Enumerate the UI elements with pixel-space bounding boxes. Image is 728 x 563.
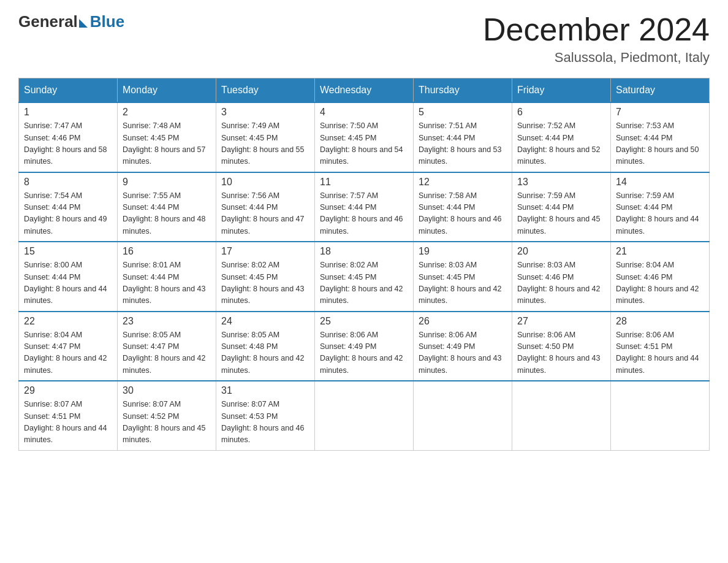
calendar-cell: 17 Sunrise: 8:02 AMSunset: 4:45 PMDaylig… xyxy=(216,242,315,312)
header-monday: Monday xyxy=(118,79,216,103)
day-number: 6 xyxy=(517,107,605,118)
day-number: 5 xyxy=(419,107,507,118)
page-header: General Blue December 2024 Salussola, Pi… xyxy=(18,12,710,66)
calendar-cell: 13 Sunrise: 7:59 AMSunset: 4:44 PMDaylig… xyxy=(512,172,611,242)
calendar-cell xyxy=(611,381,710,450)
day-info: Sunrise: 8:03 AMSunset: 4:45 PMDaylight:… xyxy=(419,261,502,305)
week-row-3: 15 Sunrise: 8:00 AMSunset: 4:44 PMDaylig… xyxy=(19,242,710,312)
day-number: 14 xyxy=(616,177,704,188)
calendar-cell: 22 Sunrise: 8:04 AMSunset: 4:47 PMDaylig… xyxy=(19,312,118,381)
day-number: 30 xyxy=(123,385,211,396)
day-info: Sunrise: 8:06 AMSunset: 4:49 PMDaylight:… xyxy=(419,331,502,375)
day-number: 23 xyxy=(123,316,211,327)
location-subtitle: Salussola, Piedmont, Italy xyxy=(483,50,710,66)
day-number: 25 xyxy=(320,316,408,327)
day-info: Sunrise: 7:58 AMSunset: 4:44 PMDaylight:… xyxy=(419,191,502,236)
day-number: 18 xyxy=(320,246,408,257)
calendar-cell: 1 Sunrise: 7:47 AMSunset: 4:46 PMDayligh… xyxy=(19,102,118,172)
day-info: Sunrise: 7:53 AMSunset: 4:44 PMDaylight:… xyxy=(616,121,699,166)
day-number: 28 xyxy=(616,316,704,327)
day-info: Sunrise: 7:51 AMSunset: 4:44 PMDaylight:… xyxy=(419,121,502,166)
calendar-cell: 16 Sunrise: 8:01 AMSunset: 4:44 PMDaylig… xyxy=(118,242,216,312)
logo: General Blue xyxy=(18,12,124,31)
day-number: 9 xyxy=(123,177,211,188)
day-info: Sunrise: 8:07 AMSunset: 4:53 PMDaylight:… xyxy=(221,400,305,444)
day-info: Sunrise: 7:59 AMSunset: 4:44 PMDaylight:… xyxy=(616,191,699,236)
calendar-cell: 3 Sunrise: 7:49 AMSunset: 4:45 PMDayligh… xyxy=(216,102,315,172)
day-number: 13 xyxy=(517,177,605,188)
calendar-cell: 5 Sunrise: 7:51 AMSunset: 4:44 PMDayligh… xyxy=(414,102,512,172)
day-info: Sunrise: 8:06 AMSunset: 4:51 PMDaylight:… xyxy=(616,331,699,375)
calendar-cell: 4 Sunrise: 7:50 AMSunset: 4:45 PMDayligh… xyxy=(315,102,414,172)
day-number: 10 xyxy=(221,177,309,188)
month-title: December 2024 xyxy=(483,12,710,47)
day-info: Sunrise: 7:47 AMSunset: 4:46 PMDaylight:… xyxy=(24,121,107,166)
day-number: 11 xyxy=(320,177,408,188)
week-row-2: 8 Sunrise: 7:54 AMSunset: 4:44 PMDayligh… xyxy=(19,172,710,242)
day-number: 8 xyxy=(24,177,112,188)
day-info: Sunrise: 8:02 AMSunset: 4:45 PMDaylight:… xyxy=(221,261,305,305)
logo-blue-text: Blue xyxy=(90,12,124,31)
day-info: Sunrise: 8:03 AMSunset: 4:46 PMDaylight:… xyxy=(517,261,601,305)
header-tuesday: Tuesday xyxy=(216,79,315,103)
day-number: 16 xyxy=(123,246,211,257)
day-number: 7 xyxy=(616,107,704,118)
calendar-cell xyxy=(315,381,414,450)
calendar-cell: 25 Sunrise: 8:06 AMSunset: 4:49 PMDaylig… xyxy=(315,312,414,381)
day-number: 24 xyxy=(221,316,309,327)
day-info: Sunrise: 8:02 AMSunset: 4:45 PMDaylight:… xyxy=(320,261,403,305)
day-info: Sunrise: 8:04 AMSunset: 4:46 PMDaylight:… xyxy=(616,261,699,305)
day-number: 21 xyxy=(616,246,704,257)
day-info: Sunrise: 8:04 AMSunset: 4:47 PMDaylight:… xyxy=(24,331,107,375)
day-number: 22 xyxy=(24,316,112,327)
calendar-header-row: Sunday Monday Tuesday Wednesday Thursday… xyxy=(19,79,710,103)
calendar-cell: 24 Sunrise: 8:05 AMSunset: 4:48 PMDaylig… xyxy=(216,312,315,381)
calendar-cell: 11 Sunrise: 7:57 AMSunset: 4:44 PMDaylig… xyxy=(315,172,414,242)
calendar-cell: 8 Sunrise: 7:54 AMSunset: 4:44 PMDayligh… xyxy=(19,172,118,242)
calendar-cell: 10 Sunrise: 7:56 AMSunset: 4:44 PMDaylig… xyxy=(216,172,315,242)
day-number: 4 xyxy=(320,107,408,118)
day-info: Sunrise: 8:06 AMSunset: 4:50 PMDaylight:… xyxy=(517,331,601,375)
calendar-cell: 21 Sunrise: 8:04 AMSunset: 4:46 PMDaylig… xyxy=(611,242,710,312)
day-info: Sunrise: 7:59 AMSunset: 4:44 PMDaylight:… xyxy=(517,191,601,236)
day-number: 29 xyxy=(24,385,112,396)
header-friday: Friday xyxy=(512,79,611,103)
calendar-cell: 7 Sunrise: 7:53 AMSunset: 4:44 PMDayligh… xyxy=(611,102,710,172)
calendar-cell xyxy=(512,381,611,450)
day-number: 17 xyxy=(221,246,309,257)
calendar-cell: 30 Sunrise: 8:07 AMSunset: 4:52 PMDaylig… xyxy=(118,381,216,450)
calendar-cell: 19 Sunrise: 8:03 AMSunset: 4:45 PMDaylig… xyxy=(414,242,512,312)
week-row-5: 29 Sunrise: 8:07 AMSunset: 4:51 PMDaylig… xyxy=(19,381,710,450)
day-info: Sunrise: 8:06 AMSunset: 4:49 PMDaylight:… xyxy=(320,331,403,375)
calendar-cell: 12 Sunrise: 7:58 AMSunset: 4:44 PMDaylig… xyxy=(414,172,512,242)
calendar-cell: 29 Sunrise: 8:07 AMSunset: 4:51 PMDaylig… xyxy=(19,381,118,450)
calendar-cell: 6 Sunrise: 7:52 AMSunset: 4:44 PMDayligh… xyxy=(512,102,611,172)
calendar-cell: 20 Sunrise: 8:03 AMSunset: 4:46 PMDaylig… xyxy=(512,242,611,312)
day-info: Sunrise: 7:50 AMSunset: 4:45 PMDaylight:… xyxy=(320,121,403,166)
day-number: 26 xyxy=(419,316,507,327)
header-sunday: Sunday xyxy=(19,79,118,103)
day-number: 1 xyxy=(24,107,112,118)
calendar-cell: 14 Sunrise: 7:59 AMSunset: 4:44 PMDaylig… xyxy=(611,172,710,242)
day-info: Sunrise: 7:52 AMSunset: 4:44 PMDaylight:… xyxy=(517,121,601,166)
day-number: 12 xyxy=(419,177,507,188)
calendar-cell: 27 Sunrise: 8:06 AMSunset: 4:50 PMDaylig… xyxy=(512,312,611,381)
day-info: Sunrise: 7:56 AMSunset: 4:44 PMDaylight:… xyxy=(221,191,305,236)
day-number: 20 xyxy=(517,246,605,257)
day-number: 27 xyxy=(517,316,605,327)
day-number: 2 xyxy=(123,107,211,118)
day-number: 19 xyxy=(419,246,507,257)
header-wednesday: Wednesday xyxy=(315,79,414,103)
calendar-cell: 9 Sunrise: 7:55 AMSunset: 4:44 PMDayligh… xyxy=(118,172,216,242)
day-number: 15 xyxy=(24,246,112,257)
day-number: 31 xyxy=(221,385,309,396)
day-info: Sunrise: 8:05 AMSunset: 4:48 PMDaylight:… xyxy=(221,331,305,375)
calendar-cell: 23 Sunrise: 8:05 AMSunset: 4:47 PMDaylig… xyxy=(118,312,216,381)
day-info: Sunrise: 7:55 AMSunset: 4:44 PMDaylight:… xyxy=(123,191,206,236)
day-info: Sunrise: 7:57 AMSunset: 4:44 PMDaylight:… xyxy=(320,191,403,236)
day-info: Sunrise: 7:54 AMSunset: 4:44 PMDaylight:… xyxy=(24,191,107,236)
calendar-table: Sunday Monday Tuesday Wednesday Thursday… xyxy=(18,78,710,451)
calendar-cell xyxy=(414,381,512,450)
title-area: December 2024 Salussola, Piedmont, Italy xyxy=(483,12,710,66)
logo-general-text: General xyxy=(18,12,78,31)
